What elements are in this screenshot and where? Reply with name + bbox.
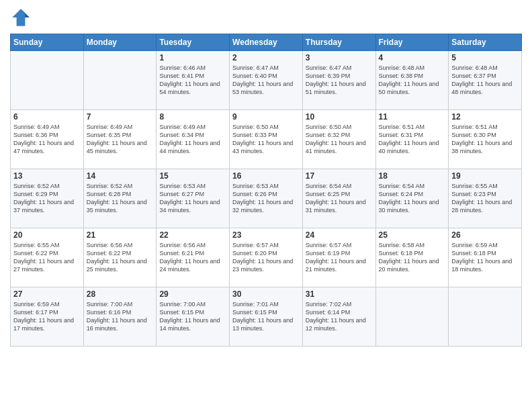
calendar-cell: 27Sunrise: 6:59 AM Sunset: 6:17 PM Dayli… bbox=[11, 287, 84, 347]
day-number: 11 bbox=[379, 112, 446, 122]
day-info: Sunrise: 6:50 AM Sunset: 6:33 PM Dayligh… bbox=[232, 123, 300, 156]
day-info: Sunrise: 7:01 AM Sunset: 6:15 PM Dayligh… bbox=[232, 300, 300, 333]
day-info: Sunrise: 6:57 AM Sunset: 6:19 PM Dayligh… bbox=[306, 241, 373, 274]
day-number: 19 bbox=[451, 171, 519, 181]
page: SundayMondayTuesdayWednesdayThursdayFrid… bbox=[0, 0, 532, 411]
day-info: Sunrise: 6:51 AM Sunset: 6:31 PM Dayligh… bbox=[379, 123, 446, 156]
day-info: Sunrise: 6:53 AM Sunset: 6:26 PM Dayligh… bbox=[232, 182, 300, 215]
day-info: Sunrise: 6:59 AM Sunset: 6:17 PM Dayligh… bbox=[13, 300, 81, 333]
calendar-cell: 18Sunrise: 6:54 AM Sunset: 6:24 PM Dayli… bbox=[375, 169, 449, 228]
day-number: 29 bbox=[159, 289, 226, 299]
day-info: Sunrise: 6:47 AM Sunset: 6:39 PM Dayligh… bbox=[306, 64, 373, 97]
day-number: 25 bbox=[379, 230, 446, 240]
day-number: 17 bbox=[306, 171, 373, 181]
day-info: Sunrise: 6:48 AM Sunset: 6:37 PM Dayligh… bbox=[451, 64, 519, 97]
calendar-cell: 7Sunrise: 6:49 AM Sunset: 6:35 PM Daylig… bbox=[83, 110, 157, 169]
calendar-cell: 21Sunrise: 6:56 AM Sunset: 6:22 PM Dayli… bbox=[83, 228, 157, 287]
calendar-cell: 4Sunrise: 6:48 AM Sunset: 6:38 PM Daylig… bbox=[375, 51, 449, 110]
day-info: Sunrise: 6:57 AM Sunset: 6:20 PM Dayligh… bbox=[232, 241, 300, 274]
day-info: Sunrise: 6:55 AM Sunset: 6:23 PM Dayligh… bbox=[451, 182, 519, 215]
day-info: Sunrise: 6:55 AM Sunset: 6:22 PM Dayligh… bbox=[13, 241, 81, 274]
day-info: Sunrise: 7:02 AM Sunset: 6:14 PM Dayligh… bbox=[306, 300, 373, 333]
day-info: Sunrise: 6:54 AM Sunset: 6:25 PM Dayligh… bbox=[306, 182, 373, 215]
day-number: 30 bbox=[232, 289, 300, 299]
day-number: 7 bbox=[87, 112, 154, 122]
weekday-header: Monday bbox=[83, 34, 157, 51]
calendar-cell: 13Sunrise: 6:52 AM Sunset: 6:29 PM Dayli… bbox=[11, 169, 84, 228]
day-number: 26 bbox=[451, 230, 519, 240]
calendar-cell bbox=[449, 287, 522, 347]
day-info: Sunrise: 7:00 AM Sunset: 6:16 PM Dayligh… bbox=[87, 300, 154, 333]
calendar-cell: 10Sunrise: 6:50 AM Sunset: 6:32 PM Dayli… bbox=[302, 110, 375, 169]
day-number: 14 bbox=[87, 171, 154, 181]
day-number: 20 bbox=[13, 230, 81, 240]
calendar-cell: 16Sunrise: 6:53 AM Sunset: 6:26 PM Dayli… bbox=[230, 169, 303, 228]
weekday-header: Wednesday bbox=[230, 34, 303, 51]
day-info: Sunrise: 6:49 AM Sunset: 6:34 PM Dayligh… bbox=[159, 123, 226, 156]
calendar-cell: 15Sunrise: 6:53 AM Sunset: 6:27 PM Dayli… bbox=[157, 169, 230, 228]
day-info: Sunrise: 6:59 AM Sunset: 6:18 PM Dayligh… bbox=[451, 241, 519, 274]
calendar-cell: 9Sunrise: 6:50 AM Sunset: 6:33 PM Daylig… bbox=[230, 110, 303, 169]
day-info: Sunrise: 6:52 AM Sunset: 6:28 PM Dayligh… bbox=[87, 182, 154, 215]
calendar-cell: 28Sunrise: 7:00 AM Sunset: 6:16 PM Dayli… bbox=[83, 287, 157, 347]
day-info: Sunrise: 6:48 AM Sunset: 6:38 PM Dayligh… bbox=[379, 64, 446, 97]
day-info: Sunrise: 6:58 AM Sunset: 6:18 PM Dayligh… bbox=[379, 241, 446, 274]
weekday-header: Thursday bbox=[302, 34, 375, 51]
day-info: Sunrise: 6:56 AM Sunset: 6:21 PM Dayligh… bbox=[159, 241, 226, 274]
calendar-cell: 6Sunrise: 6:49 AM Sunset: 6:36 PM Daylig… bbox=[11, 110, 84, 169]
day-info: Sunrise: 6:49 AM Sunset: 6:35 PM Dayligh… bbox=[87, 123, 154, 156]
calendar-cell: 17Sunrise: 6:54 AM Sunset: 6:25 PM Dayli… bbox=[302, 169, 375, 228]
day-number: 16 bbox=[232, 171, 300, 181]
calendar-cell: 12Sunrise: 6:51 AM Sunset: 6:30 PM Dayli… bbox=[449, 110, 522, 169]
day-number: 15 bbox=[159, 171, 226, 181]
header bbox=[10, 7, 522, 28]
day-number: 6 bbox=[13, 112, 81, 122]
calendar-cell: 3Sunrise: 6:47 AM Sunset: 6:39 PM Daylig… bbox=[302, 51, 375, 110]
day-info: Sunrise: 6:51 AM Sunset: 6:30 PM Dayligh… bbox=[451, 123, 519, 156]
calendar-cell: 30Sunrise: 7:01 AM Sunset: 6:15 PM Dayli… bbox=[230, 287, 303, 347]
calendar-cell: 5Sunrise: 6:48 AM Sunset: 6:37 PM Daylig… bbox=[449, 51, 522, 110]
calendar-cell: 11Sunrise: 6:51 AM Sunset: 6:31 PM Dayli… bbox=[375, 110, 449, 169]
day-number: 23 bbox=[232, 230, 300, 240]
day-number: 27 bbox=[13, 289, 81, 299]
day-number: 2 bbox=[232, 53, 300, 62]
day-number: 5 bbox=[451, 53, 519, 62]
day-info: Sunrise: 6:49 AM Sunset: 6:36 PM Dayligh… bbox=[13, 123, 81, 156]
day-info: Sunrise: 6:54 AM Sunset: 6:24 PM Dayligh… bbox=[379, 182, 446, 215]
weekday-header: Sunday bbox=[11, 34, 84, 51]
calendar-cell: 31Sunrise: 7:02 AM Sunset: 6:14 PM Dayli… bbox=[302, 287, 375, 347]
calendar-cell: 26Sunrise: 6:59 AM Sunset: 6:18 PM Dayli… bbox=[449, 228, 522, 287]
day-number: 4 bbox=[379, 53, 446, 62]
calendar-cell: 24Sunrise: 6:57 AM Sunset: 6:19 PM Dayli… bbox=[302, 228, 375, 287]
day-number: 28 bbox=[87, 289, 154, 299]
calendar-cell: 2Sunrise: 6:47 AM Sunset: 6:40 PM Daylig… bbox=[230, 51, 303, 110]
day-info: Sunrise: 6:50 AM Sunset: 6:32 PM Dayligh… bbox=[306, 123, 373, 156]
day-number: 1 bbox=[159, 53, 226, 62]
day-info: Sunrise: 6:52 AM Sunset: 6:29 PM Dayligh… bbox=[13, 182, 81, 215]
day-number: 24 bbox=[306, 230, 373, 240]
weekday-header: Tuesday bbox=[157, 34, 230, 51]
weekday-header: Saturday bbox=[449, 34, 522, 51]
day-info: Sunrise: 6:53 AM Sunset: 6:27 PM Dayligh… bbox=[159, 182, 226, 215]
calendar-cell bbox=[375, 287, 449, 347]
day-number: 3 bbox=[306, 53, 373, 62]
calendar-cell bbox=[83, 51, 157, 110]
day-number: 18 bbox=[379, 171, 446, 181]
day-number: 31 bbox=[306, 289, 373, 299]
day-info: Sunrise: 6:47 AM Sunset: 6:40 PM Dayligh… bbox=[232, 64, 300, 97]
calendar-cell: 8Sunrise: 6:49 AM Sunset: 6:34 PM Daylig… bbox=[157, 110, 230, 169]
calendar-cell: 25Sunrise: 6:58 AM Sunset: 6:18 PM Dayli… bbox=[375, 228, 449, 287]
day-number: 9 bbox=[232, 112, 300, 122]
day-number: 12 bbox=[451, 112, 519, 122]
calendar-cell bbox=[11, 51, 84, 110]
day-info: Sunrise: 7:00 AM Sunset: 6:15 PM Dayligh… bbox=[159, 300, 226, 333]
day-number: 22 bbox=[159, 230, 226, 240]
calendar-cell: 19Sunrise: 6:55 AM Sunset: 6:23 PM Dayli… bbox=[449, 169, 522, 228]
day-number: 21 bbox=[87, 230, 154, 240]
calendar-cell: 20Sunrise: 6:55 AM Sunset: 6:22 PM Dayli… bbox=[11, 228, 84, 287]
day-number: 10 bbox=[306, 112, 373, 122]
day-number: 13 bbox=[13, 171, 81, 181]
day-info: Sunrise: 6:56 AM Sunset: 6:22 PM Dayligh… bbox=[87, 241, 154, 274]
day-number: 8 bbox=[159, 112, 226, 122]
calendar-cell: 1Sunrise: 6:46 AM Sunset: 6:41 PM Daylig… bbox=[157, 51, 230, 110]
